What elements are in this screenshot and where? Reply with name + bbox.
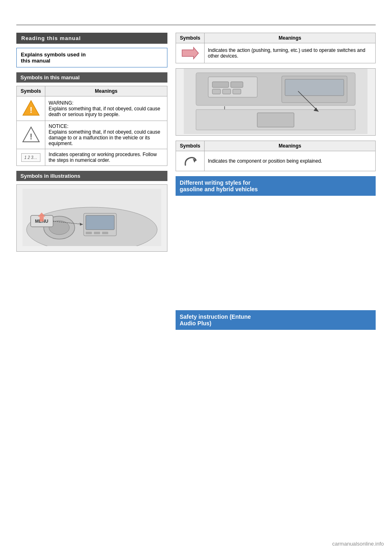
meaning-cell-warning: WARNING: Explains something that, if not… [45,96,167,121]
safety-instruction-label: Safety instruction (Entune Audio Plus) [180,313,251,327]
col-meanings-1: Meanings [45,86,167,96]
safety-instruction-header: Safety instruction (Entune Audio Plus) [176,310,376,330]
right-col2-header-2: Meanings [205,141,376,151]
right-symbols-table-1: Symbols Meanings Indicates the ac [176,33,376,63]
symbol-cell-curved [176,151,205,171]
svg-rect-10 [86,232,92,234]
meaning-cell-notice: NOTICE: Explains something that, if not … [45,121,167,149]
different-writing-header: Different writing styles for gasoline an… [176,176,376,196]
interior-svg [176,69,375,134]
right-col1-header: Symbols [176,33,205,43]
svg-rect-22 [212,82,229,87]
meaning-text-steps: Indicates operating or working procedure… [49,152,157,163]
right-column: Symbols Meanings Indicates the ac [176,33,376,330]
table-row: Indicates the component or position bein… [176,151,376,171]
svg-text:!: ! [29,105,32,114]
curved-arrow-icon [182,154,198,168]
svg-rect-23 [231,82,243,87]
col-symbols-1: Symbols [17,86,45,96]
pink-arrow-icon [180,46,200,60]
explains-box: Explains symbols used in this manual [16,48,167,67]
symbols-in-illustrations-header: Symbols in illustrations [16,171,167,181]
meaning-cell-action: Indicates the action (pushing, turning, … [205,43,376,63]
main-layout: Reading this manual Explains symbols use… [16,33,376,330]
svg-rect-9 [86,215,114,230]
page-container: Reading this manual Explains symbols use… [0,0,392,555]
symbols-in-manual-header: Symbols in this manual [16,72,167,83]
meaning-text-action: Indicates the action (pushing, turning, … [208,47,365,59]
notice-triangle-icon: ! [22,125,40,143]
meaning-text-warning: WARNING: Explains something that, if not… [49,100,160,117]
svg-rect-11 [94,232,100,234]
interior-illustration [176,68,376,136]
symbol-cell-arrow [176,43,205,63]
dashboard-illustration: MENU [16,184,167,252]
table-row: ! WARNING: Explains something that, if n… [17,96,167,121]
svg-marker-18 [182,47,198,59]
meaning-text-notice: NOTICE: Explains something that, if not … [49,123,160,146]
table-row: ! NOTICE: Explains something that, if no… [17,121,167,149]
symbol-cell-notice: ! [17,121,45,149]
svg-rect-12 [102,232,108,234]
symbols-table: Symbols Meanings ! [16,86,167,166]
table-row: 1 2 3… Indicates operating or working pr… [17,149,167,166]
watermark: carmanualsonline.info [332,541,384,547]
right-symbols-table-2: Symbols Meanings [176,141,376,171]
meaning-cell-steps: Indicates operating or working procedure… [45,149,167,166]
svg-rect-24 [212,89,220,94]
svg-rect-32 [257,113,294,127]
svg-rect-25 [223,89,231,94]
symbol-cell-steps: 1 2 3… [17,149,45,166]
steps-icon: 1 2 3… [21,153,40,162]
explains-label: Explains symbols used in this manual [21,51,86,64]
warning-triangle-icon: ! [22,99,40,117]
table-row: Indicates the action (pushing, turning, … [176,43,376,63]
symbol-cell-warning: ! [17,96,45,121]
different-writing-label: Different writing styles for gasoline an… [180,179,258,192]
svg-rect-26 [233,89,241,94]
meaning-text-position: Indicates the component or position bein… [208,158,322,164]
top-divider [16,25,376,25]
svg-rect-28 [285,79,344,96]
right-col2-header: Meanings [205,33,376,43]
left-column: Reading this manual Explains symbols use… [16,33,167,257]
dashboard-svg: MENU [21,189,163,246]
section-title: Reading this manual [16,33,167,44]
svg-text:!: ! [29,132,32,141]
meaning-cell-position: Indicates the component or position bein… [205,151,376,171]
right-col1-header-2: Symbols [176,141,205,151]
